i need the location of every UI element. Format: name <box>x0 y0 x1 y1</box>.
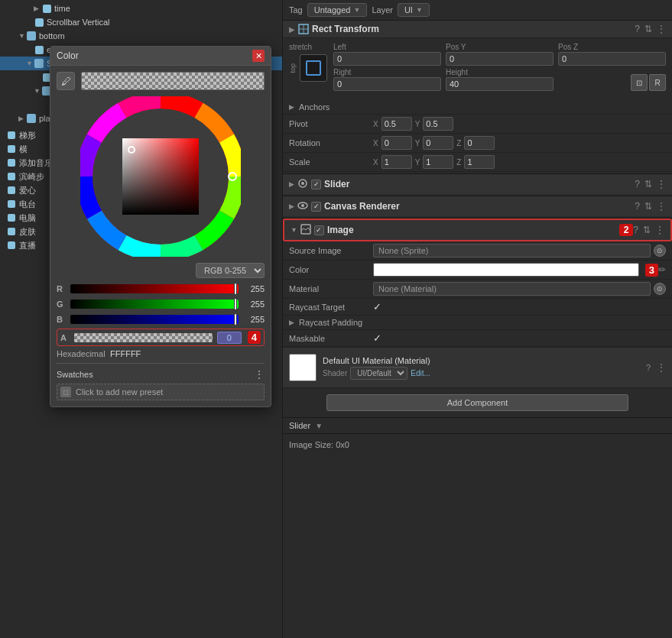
stretch-icon-container: top <box>289 54 327 82</box>
settings-icon[interactable]: ⇅ <box>644 24 652 34</box>
height-input[interactable] <box>446 77 554 91</box>
slider-footer-dropdown[interactable]: ▼ <box>315 422 323 430</box>
eyedropper-row: 🖊 <box>57 72 265 90</box>
slider-component-header[interactable]: ▶ ✓ Slider ? ⇅ ⋮ <box>283 174 672 194</box>
swatches-title: Swatches <box>57 370 93 379</box>
canvas-more-icon[interactable]: ⋮ <box>657 201 666 212</box>
wheel-wrapper[interactable] <box>80 96 241 257</box>
image-title: Image <box>327 225 615 235</box>
sv-gradient[interactable] <box>122 138 199 215</box>
slider-checkbox[interactable]: ✓ <box>311 180 321 189</box>
rot-x-input[interactable] <box>381 136 412 150</box>
rect-transform-arrow[interactable]: ▶ <box>289 25 295 34</box>
pencil-icon[interactable]: ✏ <box>658 264 666 275</box>
slider-settings-icon[interactable]: ⇅ <box>644 179 652 189</box>
material-picker[interactable]: ⊙ <box>654 283 666 295</box>
r-slider[interactable] <box>70 284 239 293</box>
image-component-header[interactable]: ▼ ✓ Image 2 ? ⇅ ⋮ <box>283 219 672 241</box>
tree-item-time[interactable]: ▶ time <box>0 2 282 15</box>
rot-y-input[interactable] <box>423 136 453 150</box>
rect-anchor-icon[interactable] <box>300 54 327 82</box>
material-more-icon[interactable]: ⋮ <box>657 362 666 373</box>
slider-component-section: ▶ ✓ Slider ? ⇅ ⋮ <box>283 173 672 194</box>
left-panel: ▶ time ▶ Scrollbar Vertical ▼ bottom ▶ e… <box>0 0 283 638</box>
image-settings-icon[interactable]: ⇅ <box>643 225 651 235</box>
rot-z-input[interactable] <box>464 136 495 150</box>
canvas-renderer-checkbox[interactable]: ✓ <box>311 202 321 212</box>
g-label: G <box>57 300 67 309</box>
maskable-checkbox[interactable]: ✓ <box>373 332 381 344</box>
shader-dropdown[interactable]: UI/Default <box>350 367 407 380</box>
layer-dropdown[interactable]: UI ▼ <box>398 3 430 17</box>
pivot-y-label: Y <box>415 120 420 128</box>
raycast-target-row: Raycast Target ✓ <box>283 299 672 316</box>
swatches-menu-button[interactable]: ⋮ <box>254 368 265 381</box>
raycast-padding-label: Raycast Padding <box>299 318 362 327</box>
g-slider[interactable] <box>70 300 239 309</box>
image-checkbox[interactable]: ✓ <box>314 225 324 235</box>
color-wheel-container[interactable] <box>57 96 265 257</box>
cube-icon-small <box>6 144 17 154</box>
add-preset-row[interactable]: □ Click to add new preset <box>57 384 265 400</box>
eyedropper-button[interactable]: 🖊 <box>57 72 75 90</box>
tree-item-scrollbar[interactable]: ▶ Scrollbar Vertical <box>0 15 282 29</box>
canvas-help-icon[interactable]: ? <box>635 201 640 212</box>
posz-input[interactable] <box>558 52 666 66</box>
rect-transform-controls: ? ⇅ ⋮ <box>635 24 666 34</box>
tree-item-bottom[interactable]: ▼ bottom <box>0 29 282 43</box>
color-label: Color <box>289 265 373 274</box>
material-field[interactable]: None (Material) <box>373 282 651 296</box>
image-arrow: ▼ <box>291 226 297 234</box>
left-input[interactable] <box>333 52 441 66</box>
maskable-value: ✓ <box>373 332 666 344</box>
rect-anchor-inner <box>306 60 321 76</box>
a-slider[interactable] <box>74 333 213 342</box>
canvas-renderer-controls: ? ⇅ ⋮ <box>635 201 666 212</box>
tag-dropdown[interactable]: Untagged ▼ <box>307 3 368 17</box>
right-label: Right <box>333 68 441 76</box>
color-swatch[interactable] <box>373 263 639 277</box>
pivot-y-input[interactable] <box>423 117 453 131</box>
b-slider[interactable] <box>70 315 239 324</box>
source-image-field[interactable]: None (Sprite) <box>373 244 651 257</box>
slider-help-icon[interactable]: ? <box>635 179 640 189</box>
help-icon[interactable]: ? <box>635 24 640 34</box>
cube-icon <box>34 44 44 55</box>
canvas-settings-icon[interactable]: ⇅ <box>644 201 652 212</box>
scale-z-label: Z <box>456 158 461 167</box>
cube-icon-small <box>6 171 17 182</box>
source-image-picker[interactable]: ⊙ <box>654 245 666 257</box>
raycast-padding-row[interactable]: ▶ Raycast Padding <box>283 316 672 330</box>
material-help-icon[interactable]: ? <box>646 363 651 372</box>
color-row: Color 3 ✏ <box>283 261 672 280</box>
r-button[interactable]: ⊡ <box>631 74 648 91</box>
sv-square[interactable] <box>122 138 199 215</box>
scale-y-input[interactable] <box>423 155 453 169</box>
canvas-renderer-header[interactable]: ▶ ✓ Canvas Renderer ? ⇅ ⋮ <box>283 196 672 216</box>
image-more-icon[interactable]: ⋮ <box>655 225 664 235</box>
swatches-section: Swatches ⋮ □ Click to add new preset <box>57 363 265 400</box>
layer-label: Layer <box>372 5 393 15</box>
add-component-button[interactable]: Add Component <box>326 394 628 411</box>
add-preset-label: Click to add new preset <box>76 387 163 397</box>
image-help-icon[interactable]: ? <box>633 225 638 235</box>
raycast-padding-arrow: ▶ <box>289 319 294 326</box>
more-icon[interactable]: ⋮ <box>657 24 666 34</box>
posy-input[interactable] <box>446 52 554 66</box>
scale-x-input[interactable] <box>381 155 412 169</box>
tag-label: Tag <box>289 5 303 15</box>
anchors-row[interactable]: ▶ Anchors <box>283 100 672 115</box>
right-input[interactable] <box>333 77 441 91</box>
r-button2[interactable]: R <box>649 74 666 91</box>
rotation-value: X Y Z <box>373 136 666 150</box>
rgb-mode-select[interactable]: RGB 0-255 <box>196 263 265 278</box>
a-value-input[interactable] <box>217 332 242 344</box>
slider-more-icon[interactable]: ⋮ <box>657 179 666 189</box>
pivot-x-input[interactable] <box>381 117 412 131</box>
color-dialog-close[interactable]: ✕ <box>252 50 265 62</box>
stretch-label: stretch <box>289 43 312 51</box>
scale-z-input[interactable] <box>464 155 495 169</box>
pivot-row: Pivot X Y <box>283 115 672 134</box>
raycast-checkbox[interactable]: ✓ <box>373 301 381 313</box>
edit-button[interactable]: Edit... <box>411 369 430 377</box>
